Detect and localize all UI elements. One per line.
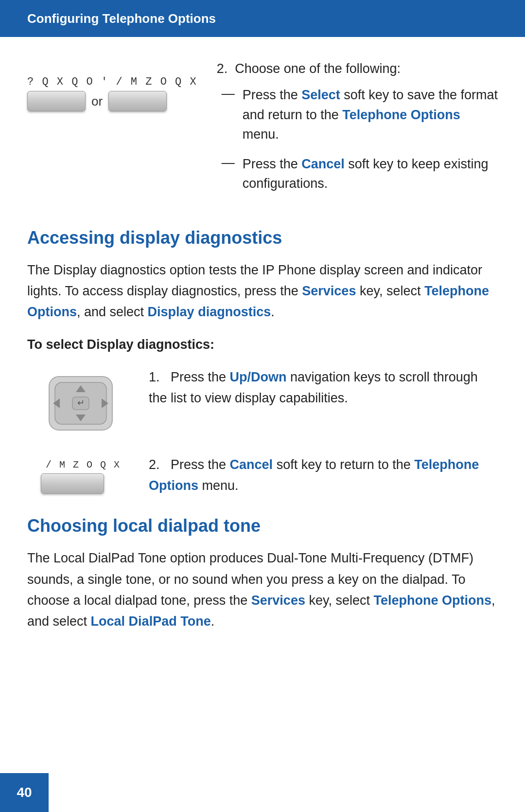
section2-body: The Local DialPad Tone option produces D… — [27, 548, 498, 632]
updown-link: Up/Down — [230, 370, 287, 384]
bullet-item-cancel: — Press the Cancel soft key to keep exis… — [217, 154, 498, 194]
step1-text: 1. Press the Up/Down navigation keys to … — [149, 370, 478, 405]
cancel-key-label: / M Z O Q X — [46, 459, 121, 470]
bullet-item-select: — Press the Select soft key to save the … — [217, 85, 498, 144]
section1-body: The Display diagnostics option tests the… — [27, 260, 498, 323]
step-two-left: ? Q X Q O ' / M Z O Q X or — [27, 76, 197, 111]
select-link: Select — [301, 88, 340, 102]
page-content: ? Q X Q O ' / M Z O Q X or 2. Choose one… — [0, 37, 525, 692]
bullet-text-select: Press the Select soft key to save the fo… — [243, 85, 498, 144]
step2-image-col: / M Z O Q X — [27, 454, 134, 494]
button-row: or — [27, 91, 167, 111]
page-number-box: 40 — [0, 773, 49, 812]
page-number: 40 — [17, 785, 32, 800]
cancel-btn-wrapper: / M Z O Q X — [41, 459, 121, 494]
step2-row: / M Z O Q X 2. Press the Cancel soft key… — [27, 454, 498, 496]
step1-text-col: 1. Press the Up/Down navigation keys to … — [134, 367, 498, 409]
step-two-block: ? Q X Q O ' / M Z O Q X or 2. Choose one… — [27, 61, 498, 203]
header-title: Configuring Telephone Options — [27, 11, 216, 26]
soft-key-button-select[interactable] — [27, 91, 86, 111]
bullet-text-cancel: Press the Cancel soft key to keep existi… — [243, 154, 498, 194]
step-two-right: 2. Choose one of the following: — Press … — [197, 61, 498, 203]
section1-heading: Accessing display diagnostics — [27, 228, 498, 248]
services-link1: Services — [302, 284, 356, 298]
section2-heading: Choosing local dialpad tone — [27, 516, 498, 536]
section1-bold-label: To select Display diagnostics: — [27, 337, 498, 352]
or-text: or — [91, 94, 103, 109]
step2-text-col: 2. Press the Cancel soft key to return t… — [134, 454, 498, 496]
display-diagnostics-link: Display diagnostics — [148, 305, 271, 319]
step2-text: 2. Press the Cancel soft key to return t… — [149, 457, 479, 493]
page-footer: 40 — [0, 773, 525, 812]
nav-key-diagram: ↵ — [44, 372, 117, 435]
cancel-soft-key-btn[interactable] — [41, 473, 104, 494]
key-label-select-cancel: ? Q X Q O ' / M Z O Q X — [27, 76, 197, 88]
cancel-link1: Cancel — [301, 157, 345, 171]
telephone-options-link4: Telephone Options — [373, 593, 491, 608]
footer-white-area — [49, 773, 525, 812]
telephone-options-link1: Telephone Options — [342, 108, 460, 122]
step-two-number: 2. Choose one of the following: — [217, 61, 498, 76]
step1-image-col: ↵ — [27, 367, 134, 435]
svg-text:↵: ↵ — [77, 398, 85, 408]
step1-row: ↵ 1. Press the Up/Down navigation keys t… — [27, 367, 498, 435]
soft-key-button-cancel[interactable] — [108, 91, 167, 111]
local-dialpad-tone-link: Local DialPad Tone — [91, 614, 211, 629]
cancel-link2: Cancel — [230, 457, 273, 472]
page-header: Configuring Telephone Options — [0, 0, 525, 37]
services-link2: Services — [251, 593, 305, 608]
